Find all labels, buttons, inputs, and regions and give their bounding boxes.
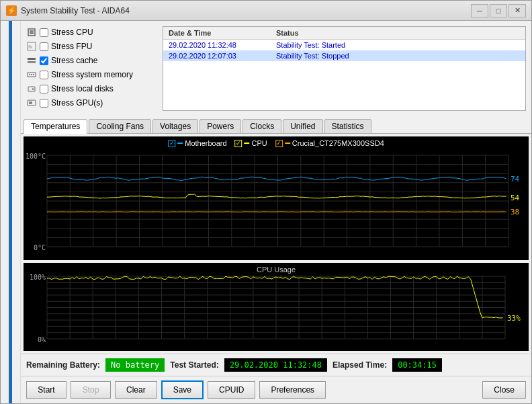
stress-memory-checkbox[interactable] <box>40 71 48 79</box>
log-datetime-2: 29.02.2020 12:07:03 <box>166 51 273 60</box>
status-bar: Remaining Battery: No battery Test Start… <box>21 354 531 376</box>
stress-gpus-item: Stress GPU(s) <box>26 97 157 109</box>
tab-unified[interactable]: Unified <box>283 119 322 133</box>
legend-mb-label: Motherboard <box>185 139 226 147</box>
log-col-datetime: Date & Time <box>166 28 273 38</box>
svg-point-11 <box>32 88 34 90</box>
legend-cpu-dot <box>245 143 250 144</box>
stress-disks-item: Stress local disks <box>26 83 157 95</box>
tabs: Temperatures Cooling Fans Voltages Power… <box>21 116 531 133</box>
stress-cache-label: Stress cache <box>51 56 97 65</box>
svg-rect-5 <box>28 61 36 63</box>
svg-rect-13 <box>29 102 32 104</box>
cpu-canvas <box>24 263 529 351</box>
legend-ssd-dot <box>285 143 290 144</box>
battery-value: No battery <box>105 358 165 372</box>
tab-cooling-fans[interactable]: Cooling Fans <box>89 119 151 133</box>
stress-memory-label: Stress system memory <box>51 70 133 79</box>
log-datetime-1: 29.02.2020 11:32:48 <box>166 40 273 50</box>
test-started-value: 29.02.2020 11:32:48 <box>224 358 327 372</box>
checkboxes-panel: Stress CPU fx Stress FPU <box>26 26 157 111</box>
cpu-icon <box>26 27 37 38</box>
svg-text:fx: fx <box>28 44 32 50</box>
log-row: 29.02.2020 11:32:48 Stability Test: Star… <box>163 40 525 50</box>
top-section: Stress CPU fx Stress FPU <box>21 21 531 116</box>
legend-cpu-check: ✓ <box>235 140 242 147</box>
temp-canvas <box>24 136 529 260</box>
stress-gpus-label: Stress GPU(s) <box>51 98 103 108</box>
legend-cpu: ✓ CPU <box>235 139 267 147</box>
stress-disks-checkbox[interactable] <box>40 85 48 93</box>
stress-cpu-checkbox[interactable] <box>40 28 48 37</box>
temperature-chart: ✓ Motherboard ✓ CPU ✓ Crucial_CT2 <box>24 136 529 260</box>
content-area: Stress CPU fx Stress FPU <box>1 21 531 403</box>
stress-disks-label: Stress local disks <box>51 84 114 93</box>
minimize-button[interactable]: ─ <box>471 4 488 17</box>
log-status-2: Stability Test: Stopped <box>273 51 352 60</box>
cpu-chart-title: CPU Usage <box>257 266 296 274</box>
maximize-button[interactable]: □ <box>490 4 507 17</box>
stress-fpu-checkbox[interactable] <box>40 42 48 51</box>
log-panel: Date & Time Status 29.02.2020 11:32:48 S… <box>163 26 526 111</box>
temp-legend: ✓ Motherboard ✓ CPU ✓ Crucial_CT2 <box>168 139 384 147</box>
app-icon: ⚡ <box>6 5 17 16</box>
window-controls: ─ □ ✕ <box>471 4 526 17</box>
legend-cpu-label: CPU <box>252 139 267 147</box>
title-bar: ⚡ System Stability Test - AIDA64 ─ □ ✕ <box>1 1 531 21</box>
stress-memory-item: Stress system memory <box>26 69 157 81</box>
save-button[interactable]: Save <box>161 380 204 399</box>
log-row: 29.02.2020 12:07:03 Stability Test: Stop… <box>163 50 525 61</box>
svg-rect-8 <box>31 74 32 75</box>
clear-button[interactable]: Clear <box>115 381 157 399</box>
charts-area: ✓ Motherboard ✓ CPU ✓ Crucial_CT2 <box>21 134 531 354</box>
stress-cpu-item: Stress CPU <box>26 26 157 38</box>
legend-mb-check: ✓ <box>168 140 175 147</box>
svg-rect-9 <box>33 74 34 75</box>
close-window-button[interactable]: ✕ <box>508 4 526 17</box>
legend-motherboard: ✓ Motherboard <box>168 139 226 147</box>
close-button[interactable]: Close <box>482 381 526 399</box>
tabs-container: Temperatures Cooling Fans Voltages Power… <box>21 116 531 134</box>
cpu-usage-chart: CPU Usage <box>24 263 529 351</box>
stress-cache-checkbox[interactable] <box>40 56 48 65</box>
stress-gpus-checkbox[interactable] <box>40 99 48 108</box>
legend-mb-dot <box>177 143 183 144</box>
stress-cache-item: Stress cache <box>26 54 157 67</box>
fpu-icon: fx <box>26 41 37 52</box>
elapsed-label: Elapsed Time: <box>332 360 387 370</box>
battery-label: Remaining Battery: <box>26 360 100 370</box>
stress-cpu-label: Stress CPU <box>51 28 93 37</box>
tab-powers[interactable]: Powers <box>200 119 241 133</box>
legend-ssd-label: Crucial_CT275MX300SSD4 <box>292 139 384 147</box>
svg-rect-7 <box>29 74 30 75</box>
disk-icon <box>26 83 37 94</box>
cache-icon <box>26 55 37 66</box>
tab-temperatures[interactable]: Temperatures <box>24 119 87 134</box>
start-button[interactable]: Start <box>26 381 66 399</box>
log-header: Date & Time Status <box>163 27 525 40</box>
window-title: System Stability Test - AIDA64 <box>21 6 471 15</box>
preferences-button[interactable]: Preferences <box>259 381 326 399</box>
tab-clocks[interactable]: Clocks <box>242 119 281 133</box>
tab-statistics[interactable]: Statistics <box>324 119 371 133</box>
left-sidebar <box>1 21 21 403</box>
stress-fpu-label: Stress FPU <box>51 42 92 51</box>
svg-rect-1 <box>30 30 34 34</box>
stop-button[interactable]: Stop <box>71 381 111 399</box>
tab-voltages[interactable]: Voltages <box>152 119 198 133</box>
main-window: ⚡ System Stability Test - AIDA64 ─ □ ✕ <box>0 0 532 404</box>
gpu-icon <box>26 97 37 108</box>
button-bar: Start Stop Clear Save CPUID Preferences … <box>21 376 531 403</box>
test-started-label: Test Started: <box>170 360 218 370</box>
log-status-1: Stability Test: Started <box>273 40 348 50</box>
elapsed-value: 00:34:15 <box>392 358 442 372</box>
stress-fpu-item: fx Stress FPU <box>26 40 157 52</box>
main-content: Stress CPU fx Stress FPU <box>21 21 531 403</box>
legend-ssd: ✓ Crucial_CT275MX300SSD4 <box>275 139 384 147</box>
legend-ssd-check: ✓ <box>275 140 283 147</box>
svg-rect-4 <box>28 58 36 60</box>
cpuid-button[interactable]: CPUID <box>208 381 255 399</box>
log-col-status: Status <box>273 28 302 38</box>
memory-icon <box>26 69 37 80</box>
